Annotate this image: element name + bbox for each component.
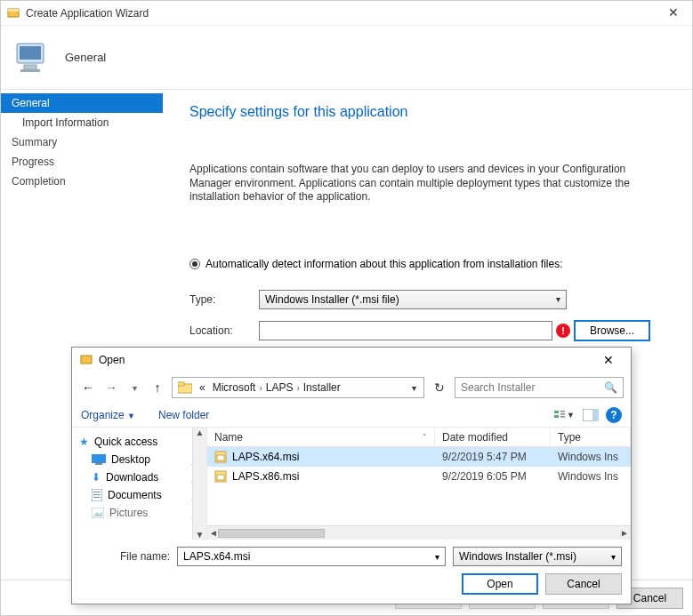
auto-detect-radio-row[interactable]: Automatically detect information about t… [189, 258, 665, 270]
dialog-bottom: File name: LAPS.x64.msi ▾ Windows Instal… [72, 540, 631, 604]
svg-rect-27 [217, 475, 224, 480]
filetype-filter[interactable]: Windows Installer (*.msi) ▾ [453, 547, 622, 566]
type-select[interactable]: Windows Installer (*.msi file) ▾ [259, 290, 567, 309]
browse-button[interactable]: Browse... [574, 320, 650, 341]
svg-rect-25 [217, 455, 224, 460]
wizard-title: Create Application Wizard [26, 7, 149, 20]
nav-item-import-information[interactable]: Import Information [1, 113, 163, 132]
path-seg-1[interactable]: LAPS [262, 381, 297, 394]
organize-menu[interactable]: Organize ▼ [81, 409, 135, 421]
col-date[interactable]: Date modified [435, 428, 551, 446]
svg-rect-1 [8, 9, 19, 12]
chevron-down-icon: ▼ [127, 412, 135, 420]
msi-icon [214, 470, 227, 483]
svg-rect-8 [178, 382, 184, 386]
type-row: Type: Windows Installer (*.msi file) ▾ [189, 290, 665, 309]
svg-rect-16 [92, 454, 106, 463]
location-input[interactable] [259, 321, 552, 340]
list-header: Name ˄ Date modified Type [207, 428, 631, 447]
type-label: Type: [189, 293, 259, 306]
nav-item-completion[interactable]: Completion [1, 172, 163, 191]
svg-rect-19 [93, 492, 101, 492]
dialog-close-button[interactable]: ✕ [593, 353, 624, 367]
scroll-left-icon[interactable]: ◄ [209, 528, 218, 538]
tree-pictures[interactable]: Pictures 📌 [76, 504, 206, 522]
up-arrow-icon[interactable]: ↑ [149, 379, 166, 396]
filename-label: File name: [81, 550, 170, 563]
wizard-header: General [1, 26, 692, 90]
svg-rect-6 [81, 356, 92, 364]
nav-item-summary[interactable]: Summary [1, 132, 163, 152]
svg-rect-21 [93, 497, 101, 498]
help-icon[interactable]: ? [606, 407, 622, 423]
computer-icon [13, 38, 52, 77]
search-icon: 🔍 [604, 381, 617, 394]
dialog-app-icon [79, 353, 93, 367]
scroll-up-icon[interactable]: ▲ [196, 428, 205, 437]
star-icon: ★ [79, 436, 89, 448]
dialog-cancel-button[interactable]: Cancel [545, 573, 622, 595]
preview-pane-icon[interactable] [579, 406, 602, 424]
msi-icon [214, 451, 227, 463]
content-paragraph: Applications contain software that you c… [189, 163, 652, 204]
sort-asc-icon: ˄ [423, 433, 427, 442]
dialog-titlebar: Open ✕ [72, 348, 631, 372]
search-input[interactable]: Search Installer 🔍 [455, 377, 624, 398]
svg-rect-15 [592, 409, 599, 421]
list-horizontal-scrollbar[interactable]: ◄ ► [207, 525, 631, 540]
tree-documents[interactable]: Documents 📌 [76, 486, 206, 504]
scroll-thumb[interactable] [218, 529, 325, 538]
back-arrow-icon[interactable]: ← [79, 379, 97, 396]
svg-rect-10 [554, 415, 559, 418]
file-row[interactable]: LAPS.x64.msi 9/2/2019 5:47 PM Windows In… [207, 447, 631, 467]
scroll-right-icon[interactable]: ► [620, 528, 629, 538]
col-name[interactable]: Name ˄ [207, 428, 435, 446]
tree-quick-access[interactable]: ★ Quick access [76, 433, 206, 451]
wizard-titlebar: Create Application Wizard ✕ [1, 1, 692, 26]
svg-rect-3 [20, 46, 41, 60]
filename-input[interactable]: LAPS.x64.msi ▾ [177, 547, 446, 566]
file-list: Name ˄ Date modified Type LAPS.x64.msi 9… [207, 428, 631, 540]
location-row: Location: ! Browse... [189, 320, 665, 341]
dialog-toolbar: Organize ▼ New folder ▼ ? [72, 403, 631, 428]
forward-arrow-icon: → [102, 379, 120, 396]
nav-item-progress[interactable]: Progress [1, 152, 163, 172]
wizard-header-label: General [65, 51, 106, 64]
path-seg-0[interactable]: Microsoft [209, 381, 260, 394]
tree-downloads[interactable]: ⬇ Downloads 📌 [76, 468, 206, 486]
file-row[interactable]: LAPS.x86.msi 9/2/2019 6:05 PM Windows In… [207, 467, 631, 486]
path-dropdown-icon[interactable]: ▾ [407, 383, 422, 393]
svg-rect-13 [560, 416, 565, 418]
open-file-dialog: Open ✕ ← → ▾ ↑ « Microsoft › LAPS › Inst… [71, 347, 632, 604]
svg-rect-5 [20, 69, 40, 72]
location-label: Location: [189, 324, 259, 337]
search-placeholder: Search Installer [461, 381, 535, 394]
path-breadcrumb[interactable]: « Microsoft › LAPS › Installer ▾ [172, 377, 424, 398]
folder-icon [178, 381, 192, 394]
download-icon: ⬇ [92, 471, 101, 484]
folder-tree: ★ Quick access Desktop 📌 ⬇ Downloads 📌 D… [72, 428, 207, 540]
error-icon: ! [556, 324, 570, 338]
refresh-icon[interactable]: ↻ [430, 380, 449, 395]
new-folder-button[interactable]: New folder [158, 409, 209, 421]
chevron-down-icon: ▾ [435, 552, 439, 562]
dialog-title: Open [99, 354, 125, 366]
chevron-down-icon: ▾ [611, 552, 616, 562]
svg-rect-17 [95, 463, 102, 465]
recent-chevron-icon[interactable]: ▾ [125, 379, 143, 396]
type-select-value: Windows Installer (*.msi file) [265, 293, 399, 306]
view-options-icon[interactable]: ▼ [552, 406, 576, 424]
tree-desktop[interactable]: Desktop 📌 [76, 451, 206, 468]
col-type[interactable]: Type [551, 428, 631, 446]
path-prefix: « [196, 381, 209, 394]
auto-detect-radio-label: Automatically detect information about t… [205, 258, 563, 270]
path-seg-2[interactable]: Installer [300, 381, 344, 394]
dialog-nav-row: ← → ▾ ↑ « Microsoft › LAPS › Installer ▾… [72, 372, 631, 403]
nav-item-general[interactable]: General [1, 93, 163, 113]
open-button[interactable]: Open [462, 573, 538, 595]
svg-rect-20 [93, 494, 101, 495]
desktop-icon [92, 454, 106, 465]
scroll-down-icon[interactable]: ▼ [196, 530, 205, 540]
tree-scrollbar[interactable]: ▲ ▼ [192, 428, 206, 540]
wizard-close-button[interactable]: ✕ [660, 4, 687, 22]
